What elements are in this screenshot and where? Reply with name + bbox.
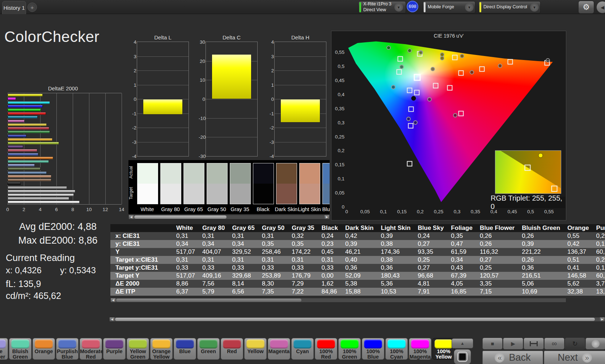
x-tick-label: 12: [102, 207, 108, 212]
deltae-bar-yellow-green: [8, 142, 59, 145]
pattern-button-blue-flower[interactable]: BlueFlower: [0, 338, 8, 360]
pattern-button-label: YellowGreen: [127, 349, 149, 360]
scroll-right-icon[interactable]: ▶: [325, 215, 329, 219]
deltae-bar-white: [8, 201, 80, 204]
panel-scrollbar[interactable]: ◀ ▶: [109, 317, 605, 322]
measured-point-marker: [538, 153, 543, 158]
pattern-color-chip: [176, 339, 194, 348]
pattern-color-chip: [223, 339, 241, 348]
settings-button[interactable]: ⚙: [578, 1, 594, 14]
cie-target-marker: [447, 85, 452, 90]
delta-c-chart-title: Delta C: [198, 34, 258, 41]
pattern-button-100-green[interactable]: 100%Green: [338, 338, 361, 360]
pattern-window-button[interactable]: [454, 349, 471, 364]
tab-history-1[interactable]: History 1: [2, 1, 26, 14]
pattern-button-label: Yellow: [245, 349, 266, 354]
delta-l-chart: Delta L 43210-1-2-3-4: [130, 34, 190, 159]
row-label: y: CIE31: [110, 240, 173, 248]
deltae-bar-orange-yellow: [8, 138, 52, 141]
swatch-actual-color: [207, 163, 227, 184]
table-scrollbar-thumb[interactable]: [116, 299, 301, 302]
cie-measured-marker: [470, 70, 474, 74]
pattern-button-blue[interactable]: Blue: [174, 338, 196, 360]
table-cell: 7,35: [258, 288, 288, 296]
table-cell: 0,42: [342, 232, 377, 240]
pattern-button-magenta[interactable]: Magenta: [268, 338, 290, 360]
column-header: Black: [318, 224, 342, 232]
pattern-button-yellow-green[interactable]: YellowGreen: [127, 338, 149, 360]
deltae-bar-dark-skin: [8, 179, 51, 181]
pattern-button-100-magenta[interactable]: 100%Magenta: [409, 338, 431, 360]
pattern-button-100-red[interactable]: 100%Red: [315, 338, 337, 360]
pattern-button-red[interactable]: Red: [221, 338, 243, 360]
deltae-bar-orange: [8, 157, 53, 159]
pattern-button-purplish-blue[interactable]: PurplishBlue: [56, 338, 79, 360]
pattern-button-purple[interactable]: Purple: [103, 338, 126, 360]
table-cell: 0,39: [342, 240, 377, 248]
swatch-scrollbar-thumb[interactable]: [134, 215, 227, 219]
swatch-scrollbar[interactable]: ◀ ▶: [128, 215, 330, 219]
scroll-left-icon[interactable]: ◀: [110, 317, 114, 321]
table-cell: 0,38: [377, 240, 414, 248]
deltae-bar-100-magenta: [8, 97, 16, 100]
x-tick-label: 0,15: [397, 209, 406, 214]
pattern-button-bluish-green[interactable]: BluishGreen: [9, 338, 31, 360]
collapse-panel-button[interactable]: ◀: [596, 1, 605, 13]
scroll-left-icon[interactable]: ◀: [129, 215, 134, 219]
table-cell: 46,21: [342, 248, 377, 256]
y-tick-label: 0: [130, 97, 136, 102]
swatch-target-color: [230, 184, 250, 204]
pattern-button-cyan[interactable]: Cyan: [291, 338, 314, 360]
scroll-right-icon[interactable]: ▶: [600, 317, 605, 321]
pattern-button-orange-yellow[interactable]: OrangeYellow: [150, 338, 173, 360]
pattern-button-yellow[interactable]: Yellow: [244, 338, 267, 360]
reading-count-badge[interactable]: 698: [407, 1, 418, 12]
pattern-button-moderate-red[interactable]: ModerateRed: [80, 338, 102, 360]
table-cell: 0,35: [447, 232, 476, 240]
pattern-button-100-blue[interactable]: 100%Blue: [362, 338, 384, 360]
pattern-size-button[interactable]: [524, 338, 544, 350]
table-cell: 16,85: [447, 288, 476, 296]
deltae-bar-green: [8, 130, 50, 133]
x-tick-label: 0,3: [454, 209, 461, 214]
table-cell: 0,31: [173, 232, 199, 240]
source-dropdown[interactable]: Mobile Forge ▼: [423, 1, 475, 13]
reading-x-value: x: 0,4326: [6, 265, 42, 275]
table-cell: 10,53: [377, 288, 414, 296]
add-tab-button[interactable]: +: [28, 3, 37, 12]
continuous-read-button[interactable]: ∞: [544, 338, 564, 350]
pattern-button-100-cyan[interactable]: 100%Cyan: [385, 338, 408, 360]
delta-bar: [280, 99, 321, 123]
row-label: Target Y: [110, 272, 173, 280]
table-cell: 0,39: [377, 232, 414, 240]
gridline: [206, 99, 257, 99]
next-button[interactable]: Next »: [544, 351, 605, 364]
swatch-block: [230, 163, 251, 204]
pattern-button-orange[interactable]: Orange: [33, 338, 55, 360]
cie-measured-marker: [391, 85, 395, 89]
y-tick-label: 0: [332, 204, 344, 210]
pattern-color-chip: [105, 339, 123, 348]
table-scrollbar[interactable]: ◀: [110, 298, 566, 303]
max-de2000-value: Max dE2000: 8,86: [11, 235, 105, 246]
table-cell: 5,38: [342, 280, 377, 288]
deltae2000-chart: DeltaE 2000 02468101214: [3, 85, 123, 215]
column-header: Gray 80: [199, 224, 228, 232]
y-tick-label: 4: [130, 39, 136, 45]
meter-dropdown[interactable]: X-Rite i1Pro 3Direct View ▼: [358, 1, 406, 13]
stop-button[interactable]: ■: [482, 338, 503, 350]
meter-status-stripe: [359, 2, 361, 12]
record-button[interactable]: [585, 338, 605, 350]
workflow-dropdown[interactable]: Direct Display Control ▼: [478, 1, 541, 13]
pattern-button-green[interactable]: Green: [197, 338, 220, 360]
pattern-bar-expand-button[interactable]: ▲: [452, 338, 473, 348]
next-button-label: Next: [558, 352, 578, 363]
play-button[interactable]: ▶: [503, 338, 523, 350]
panel-scrollbar-thumb[interactable]: [115, 318, 595, 321]
loop-button[interactable]: ↻: [565, 338, 585, 350]
pattern-color-chip: [152, 339, 170, 348]
deltae-bar-100-yellow: [8, 94, 43, 97]
scroll-left-icon[interactable]: ◀: [111, 298, 115, 302]
back-button[interactable]: « Back: [482, 351, 543, 364]
cie-measured-marker: [460, 54, 464, 58]
